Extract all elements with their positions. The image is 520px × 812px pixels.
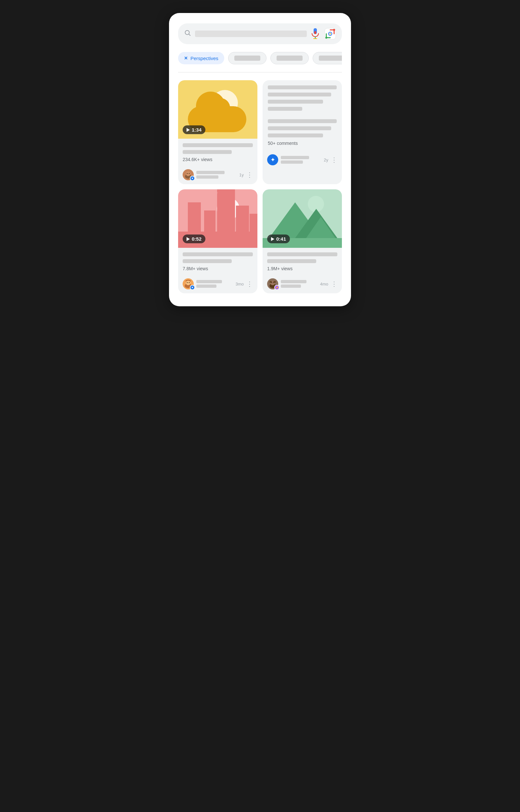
duration-badge-4: 0:41: [267, 234, 290, 243]
svg-point-19: [186, 281, 190, 285]
card-text-line: [183, 259, 232, 263]
building: [217, 193, 235, 231]
card-1-body: 234.6K+ views: [178, 139, 257, 169]
svg-point-16: [189, 173, 190, 174]
card-1-time: 1y: [239, 172, 244, 177]
card-1-video[interactable]: 1:34 234.6K+ views: [178, 80, 257, 184]
play-icon: [271, 237, 274, 241]
more-options-3[interactable]: ⋮: [246, 281, 253, 287]
text-line: [268, 119, 337, 123]
building-top: [217, 189, 235, 193]
card-1-footer: ♥ 1y ⋮: [178, 169, 257, 184]
card-3-footer: ♥ 3mo ⋮: [178, 278, 257, 293]
card-2-footer: ✦ 2y ⋮: [263, 154, 342, 169]
card-3-thumbnail: 0:52: [178, 189, 257, 248]
card-text-line: [267, 259, 316, 263]
more-options-2[interactable]: ⋮: [331, 157, 337, 163]
text-line: [268, 127, 331, 130]
card-1-views: 234.6K+ views: [183, 157, 253, 162]
card-3-meta: [196, 280, 233, 288]
card-4-meta: [281, 280, 317, 288]
card-4-video[interactable]: 0:41 1.9M+ views: [263, 189, 342, 293]
search-bar[interactable]: [178, 23, 342, 44]
star-icon: ✦: [270, 156, 275, 163]
filter-pill-2[interactable]: [228, 52, 266, 64]
text-line: [268, 92, 331, 96]
svg-point-20: [187, 282, 188, 283]
building: [236, 205, 249, 231]
footer-sub: [196, 175, 218, 179]
lens-icon[interactable]: [324, 28, 336, 39]
footer-name: [281, 156, 309, 159]
building: [188, 202, 201, 231]
card-4-time: 4mo: [320, 282, 328, 286]
card-text-line: [267, 252, 337, 256]
card-2-time: 2y: [324, 158, 328, 162]
footer-sub: [281, 284, 301, 288]
footer-sub: [196, 284, 216, 288]
card-3-body: 7.8M+ views: [178, 248, 257, 278]
card-2-comments: 50+ comments: [268, 141, 337, 146]
more-options-1[interactable]: ⋮: [246, 171, 253, 178]
svg-rect-6: [314, 31, 316, 34]
search-actions: [311, 28, 336, 39]
search-icon: [184, 29, 191, 38]
svg-point-15: [187, 173, 188, 174]
card-text-line: [183, 143, 253, 147]
avatar-4-wrap: ⚡: [267, 278, 278, 289]
duration-badge-3: 0:52: [183, 234, 205, 243]
svg-point-10: [333, 29, 335, 31]
footer-name: [196, 171, 225, 174]
search-input[interactable]: [195, 31, 307, 37]
card-3-views: 7.8M+ views: [183, 266, 253, 271]
filter-row: ✕ Perspectives: [178, 52, 342, 64]
mic-icon[interactable]: [311, 28, 320, 39]
play-icon: [186, 128, 190, 132]
badge-heart-1: ♥: [190, 176, 195, 181]
text-line: [268, 100, 323, 104]
svg-point-9: [330, 33, 331, 34]
avatar-2-star: ✦: [267, 154, 278, 165]
card-text-line: [183, 150, 232, 154]
badge-lightning-4: ⚡: [274, 285, 280, 290]
building: [204, 211, 215, 231]
text-line: [268, 134, 323, 137]
duration-badge-1: 1:34: [183, 125, 205, 134]
svg-point-14: [186, 171, 190, 176]
footer-name: [281, 280, 307, 283]
svg-point-11: [325, 37, 327, 39]
phone-frame: ✕ Perspectives: [169, 13, 351, 306]
filter-pill-4[interactable]: [313, 52, 342, 64]
card-3-time: 3mo: [236, 282, 244, 286]
card-2-meta: [281, 156, 321, 164]
close-icon[interactable]: ✕: [184, 56, 188, 61]
svg-line-1: [189, 34, 190, 35]
svg-point-21: [189, 282, 190, 283]
divider: [178, 72, 342, 73]
card-text-line: [183, 252, 253, 256]
more-options-4[interactable]: ⋮: [331, 281, 337, 287]
card-1-meta: [196, 171, 237, 179]
filter-pill-3[interactable]: [270, 52, 309, 64]
avatar-3-wrap: ♥: [183, 278, 194, 289]
cards-grid: 1:34 234.6K+ views: [178, 80, 342, 293]
card-4-footer: ⚡ 4mo ⋮: [263, 278, 342, 293]
play-icon: [186, 237, 190, 241]
avatar-1-wrap: ♥: [183, 169, 194, 180]
building: [250, 214, 257, 231]
card-1-thumbnail: 1:34: [178, 80, 257, 139]
filter-label-perspectives: Perspectives: [190, 56, 218, 61]
card-4-body: 1.9M+ views: [263, 248, 342, 278]
svg-point-28: [273, 281, 276, 283]
card-3-video[interactable]: 0:52 7.8M+ views: [178, 189, 257, 293]
filter-pill-perspectives[interactable]: ✕ Perspectives: [178, 52, 224, 64]
badge-heart-3: ♥: [190, 285, 195, 290]
card-2-text[interactable]: 50+ comments ✦ 2y ⋮: [263, 80, 342, 184]
svg-point-27: [269, 281, 272, 283]
svg-rect-5: [314, 28, 317, 31]
card-2-text-body: 50+ comments: [263, 80, 342, 154]
card-4-thumbnail: 0:41: [263, 189, 342, 248]
footer-name: [196, 280, 222, 283]
mountain-small: [306, 217, 335, 238]
card-4-views: 1.9M+ views: [267, 266, 337, 271]
